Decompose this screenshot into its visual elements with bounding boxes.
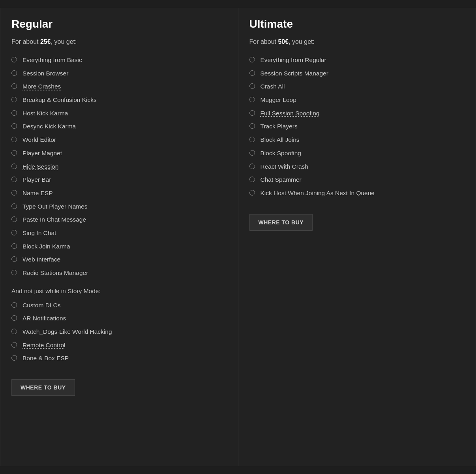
feature-label: Chat Spammer (260, 175, 302, 184)
bullet-icon (11, 329, 17, 334)
feature-label: Name ESP (22, 189, 53, 198)
plan-title-ultimate: Ultimate (249, 18, 465, 30)
feature-label: Track Players (260, 122, 298, 131)
plan-title-regular: Regular (11, 18, 227, 30)
bullet-icon (11, 83, 17, 89)
list-item: Hide Session (11, 160, 227, 173)
feature-label: Sing In Chat (22, 229, 56, 237)
bullet-icon (11, 70, 17, 76)
list-item: Block Spoofing (249, 147, 465, 160)
plan-price-regular: For about 25€, you get: (11, 38, 227, 45)
bullet-icon (249, 123, 255, 129)
feature-label: Player Bar (22, 175, 51, 184)
extra-features-list-regular: Custom DLCsAR NotificationsWatch_Dogs-Li… (11, 299, 227, 365)
list-item: Everything from Regular (249, 53, 465, 67)
bullet-icon (249, 110, 255, 116)
list-item: Full Session Spoofing (249, 107, 465, 120)
bullet-icon (249, 164, 255, 169)
list-item: Watch_Dogs-Like World Hacking (11, 325, 227, 339)
feature-label: Desync Kick Karma (22, 122, 76, 131)
list-item: Custom DLCs (11, 299, 227, 312)
list-item: Name ESP (11, 186, 227, 200)
feature-label: Block Spoofing (260, 149, 301, 158)
list-item: Sing In Chat (11, 226, 227, 240)
bullet-icon (11, 216, 17, 222)
bullet-icon (11, 342, 17, 348)
bullet-icon (11, 164, 17, 169)
feature-label: Paste In Chat Message (22, 215, 86, 224)
plan-column-ultimate: UltimateFor about 50€, you get:Everythin… (238, 8, 476, 466)
bullet-icon (11, 243, 17, 249)
feature-label: Everything from Regular (260, 56, 326, 64)
list-item: Mugger Loop (249, 93, 465, 107)
bullet-icon (11, 302, 17, 308)
bullet-icon (249, 190, 255, 196)
bullet-icon (11, 203, 17, 209)
feature-label: Player Magnet (22, 149, 62, 158)
feature-label: Bone & Box ESP (22, 354, 69, 363)
feature-label: Session Scripts Manager (260, 69, 328, 78)
list-item: Crash All (249, 80, 465, 93)
list-item: Session Browser (11, 67, 227, 80)
feature-label: Custom DLCs (22, 301, 60, 310)
list-item: Bone & Box ESP (11, 352, 227, 365)
where-to-buy-button-ultimate[interactable]: WHERE TO BUY (249, 214, 313, 231)
features-list-regular: Everything from BasicSession BrowserMore… (11, 53, 227, 280)
list-item: Paste In Chat Message (11, 213, 227, 226)
bullet-icon (11, 97, 17, 102)
plan-price-ultimate: For about 50€, you get: (249, 38, 465, 45)
section-note-regular: And not just while in Story Mode: (11, 288, 227, 295)
bullet-icon (11, 270, 17, 275)
feature-label: Radio Stations Manager (22, 269, 88, 277)
list-item: Player Magnet (11, 147, 227, 160)
feature-label: More Crashes (22, 82, 61, 91)
pricing-container: RegularFor about 25€, you get:Everything… (0, 0, 476, 474)
feature-label: Remote Control (22, 341, 66, 350)
feature-label: AR Notifications (22, 314, 66, 323)
plan-column-regular: RegularFor about 25€, you get:Everything… (0, 8, 238, 466)
features-list-ultimate: Everything from RegularSession Scripts M… (249, 53, 465, 200)
bullet-icon (11, 355, 17, 361)
feature-label: Block All Joins (260, 135, 300, 144)
bullet-icon (249, 83, 255, 89)
list-item: Breakup & Confusion Kicks (11, 93, 227, 107)
bullet-icon (249, 150, 255, 156)
list-item: Radio Stations Manager (11, 266, 227, 280)
list-item: Block All Joins (249, 133, 465, 147)
bullet-icon (11, 110, 17, 116)
feature-label: Block Join Karma (22, 242, 70, 251)
list-item: Player Bar (11, 173, 227, 186)
list-item: World Editor (11, 133, 227, 147)
bullet-icon (11, 190, 17, 196)
bullet-icon (11, 123, 17, 129)
bullet-icon (11, 230, 17, 235)
list-item: Track Players (249, 120, 465, 133)
list-item: More Crashes (11, 80, 227, 93)
list-item: Chat Spammer (249, 173, 465, 186)
where-to-buy-button-regular[interactable]: WHERE TO BUY (11, 379, 75, 396)
bullet-icon (11, 315, 17, 321)
feature-label: Kick Host When Joining As Next In Queue (260, 189, 375, 198)
list-item: Host Kick Karma (11, 107, 227, 120)
list-item: Type Out Player Names (11, 200, 227, 213)
feature-label: Crash All (260, 82, 285, 91)
list-item: AR Notifications (11, 312, 227, 325)
bullet-icon (11, 137, 17, 142)
feature-label: Everything from Basic (22, 56, 82, 64)
list-item: React With Crash (249, 160, 465, 173)
list-item: Remote Control (11, 339, 227, 352)
list-item: Desync Kick Karma (11, 120, 227, 133)
feature-label: World Editor (22, 135, 56, 144)
bullet-icon (249, 97, 255, 102)
bullet-icon (11, 177, 17, 182)
bullet-icon (249, 57, 255, 62)
feature-label: Type Out Player Names (22, 202, 88, 211)
feature-label: Session Browser (22, 69, 68, 78)
bullet-icon (249, 177, 255, 182)
bullet-icon (11, 57, 17, 62)
list-item: Everything from Basic (11, 53, 227, 67)
feature-label: Mugger Loop (260, 96, 296, 104)
feature-label: Hide Session (22, 162, 58, 171)
list-item: Kick Host When Joining As Next In Queue (249, 186, 465, 200)
feature-label: React With Crash (260, 162, 308, 171)
